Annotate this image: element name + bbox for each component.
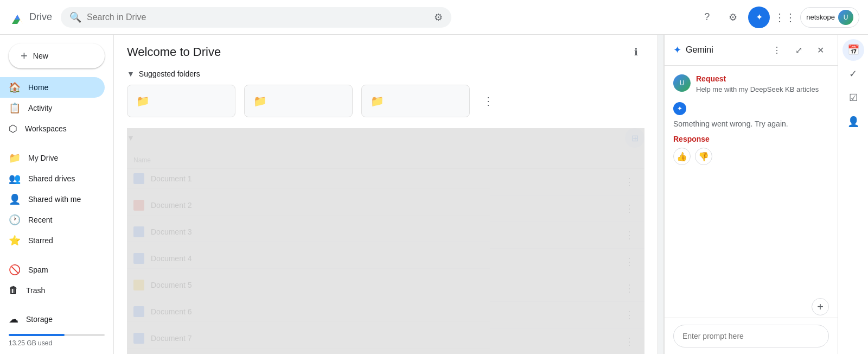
new-button[interactable]: + New — [9, 43, 105, 68]
gemini-star-header-icon: ✦ — [673, 44, 681, 56]
sidebar-item-trash[interactable]: 🗑 Trash — [0, 280, 105, 300]
new-plus-icon: + — [21, 49, 28, 63]
workspaces-icon: ⬡ — [9, 123, 17, 135]
gemini-body: U Request Help me with my DeepSeek KB ar… — [665, 66, 838, 296]
home-label: Home — [28, 83, 48, 92]
folder-card-2[interactable]: 📁 — [244, 85, 353, 117]
gemini-add-button[interactable]: + — [812, 298, 829, 315]
right-icons-panel: 📅 ✓ ☑ 👤 — [838, 35, 868, 354]
shared-drives-label: Shared drives — [28, 174, 75, 183]
sidebar-item-shared-drives[interactable]: 👥 Shared drives — [0, 168, 105, 189]
gemini-button[interactable]: ✦ — [748, 7, 770, 28]
folder-card-1[interactable]: 📁 — [127, 85, 235, 117]
right-icon-tasks[interactable]: ✓ — [843, 63, 864, 85]
page-title: Welcome to Drive — [127, 45, 221, 59]
my-drive-icon: 📁 — [9, 152, 21, 164]
shared-with-me-label: Shared with me — [28, 195, 81, 204]
folder-card-more[interactable]: ⋮ — [478, 91, 498, 111]
suggested-folders-toggle[interactable]: ▼ — [127, 69, 135, 78]
search-icon: 🔍 — [69, 11, 81, 23]
help-button[interactable]: ? — [696, 7, 718, 28]
gemini-footer — [665, 318, 838, 354]
files-section: ▼ ⊞ Name Document 1 — [127, 128, 644, 354]
shared-with-me-icon: 👤 — [9, 193, 21, 205]
recent-icon: 🕐 — [9, 214, 21, 226]
sidebar-item-shared-with-me[interactable]: 👤 Shared with me — [0, 189, 105, 210]
netskope-account[interactable]: netskope U — [800, 7, 859, 28]
home-icon: 🏠 — [9, 81, 21, 93]
sidebar-item-activity[interactable]: 📋 Activity — [0, 98, 105, 118]
sidebar-item-starred[interactable]: ⭐ Starred — [0, 230, 105, 251]
folder-card-3[interactable]: 📁 — [361, 85, 470, 117]
spam-label: Spam — [28, 266, 48, 274]
gemini-user-avatar: U — [673, 74, 691, 92]
storage-info: 13.25 GB used — [0, 330, 113, 351]
gemini-expand-button[interactable]: ⤢ — [790, 41, 807, 59]
my-drive-label: My Drive — [28, 154, 58, 162]
gemini-more-button[interactable]: ⋮ — [768, 41, 786, 59]
gemini-panel: ✦ Gemini ⋮ ⤢ ✕ U Request Help me with my… — [664, 35, 838, 354]
folders-grid: 📁 📁 📁 ⋮ — [127, 85, 644, 117]
suggested-folders-section: ▼ Suggested folders 📁 📁 📁 ⋮ — [127, 69, 644, 117]
thumbs-down-button[interactable]: 👎 — [695, 148, 712, 165]
gemini-request-text: Help me with my DeepSeek KB articles — [696, 85, 829, 93]
search-filter-icon[interactable]: ⚙ — [434, 11, 443, 23]
drive-logo-icon — [9, 9, 26, 26]
activity-label: Activity — [28, 104, 52, 112]
gemini-close-button[interactable]: ✕ — [812, 41, 829, 59]
topbar: Drive 🔍 ⚙ ? ⚙ ✦ ⋮⋮ netskope U — [0, 0, 868, 35]
settings-button[interactable]: ⚙ — [722, 7, 744, 28]
shared-drives-icon: 👥 — [9, 173, 21, 185]
search-input[interactable] — [87, 12, 429, 22]
workspaces-label: Workspaces — [25, 124, 67, 133]
trash-icon: 🗑 — [9, 285, 18, 296]
gemini-prompt-input[interactable] — [673, 325, 829, 347]
search-bar: 🔍 ⚙ — [61, 7, 451, 28]
netskope-label: netskope — [806, 13, 835, 21]
right-icon-check[interactable]: ☑ — [843, 87, 864, 109]
gemini-response-star-icon: ✦ — [677, 105, 682, 112]
right-icon-contacts[interactable]: 👤 — [843, 111, 864, 132]
gemini-response-error-text: Something went wrong. Try again. — [673, 119, 829, 128]
sidebar-item-my-drive[interactable]: 📁 My Drive — [0, 148, 105, 168]
info-button[interactable]: ℹ — [627, 43, 644, 61]
thumbs-up-button[interactable]: 👍 — [673, 148, 691, 165]
suggested-folders-label: Suggested folders — [139, 69, 200, 78]
main-content: Welcome to Drive ℹ ▼ Suggested folders 📁… — [114, 35, 658, 354]
gemini-request-block: U Request Help me with my DeepSeek KB ar… — [673, 74, 829, 93]
gemini-request-label: Request — [696, 74, 829, 83]
sidebar-item-spam[interactable]: 🚫 Spam — [0, 260, 105, 280]
trash-label: Trash — [26, 286, 45, 295]
sidebar: + New 🏠 Home 📋 Activity ⬡ Workspaces 📁 M… — [0, 35, 114, 354]
avatar: U — [838, 10, 853, 25]
gemini-response-label: Response — [673, 135, 829, 143]
sidebar-item-home[interactable]: 🏠 Home — [0, 77, 105, 98]
blurred-overlay — [127, 128, 644, 354]
sidebar-item-recent[interactable]: 🕐 Recent — [0, 210, 105, 230]
gemini-header: ✦ Gemini ⋮ ⤢ ✕ — [665, 35, 838, 66]
sidebar-item-storage[interactable]: ☁ Storage — [0, 309, 105, 330]
storage-icon: ☁ — [9, 313, 18, 325]
content-header: Welcome to Drive ℹ — [127, 43, 644, 61]
topbar-actions: ? ⚙ ✦ ⋮⋮ netskope U — [696, 7, 859, 28]
gemini-response-block: ✦ Something went wrong. Try again. Respo… — [673, 102, 829, 165]
sidebar-item-workspaces[interactable]: ⬡ Workspaces — [0, 118, 105, 139]
right-icon-calendar[interactable]: 📅 — [843, 39, 864, 61]
starred-icon: ⭐ — [9, 235, 21, 246]
storage-label: Storage — [26, 315, 53, 324]
gemini-request-content: Request Help me with my DeepSeek KB arti… — [696, 74, 829, 93]
recent-label: Recent — [28, 216, 52, 224]
svg-marker-0 — [15, 15, 20, 20]
drive-logo-text: Drive — [29, 11, 52, 23]
storage-used-label: 13.25 GB used — [9, 339, 52, 347]
svg-marker-1 — [12, 20, 20, 24]
gemini-response-actions: 👍 👎 — [673, 148, 829, 165]
apps-button[interactable]: ⋮⋮ — [774, 7, 796, 28]
drive-logo[interactable]: Drive — [9, 9, 52, 26]
spam-icon: 🚫 — [9, 264, 21, 276]
new-button-label: New — [33, 52, 48, 60]
starred-label: Starred — [28, 236, 53, 245]
gemini-title: Gemini — [686, 45, 764, 55]
activity-icon: 📋 — [9, 102, 21, 114]
